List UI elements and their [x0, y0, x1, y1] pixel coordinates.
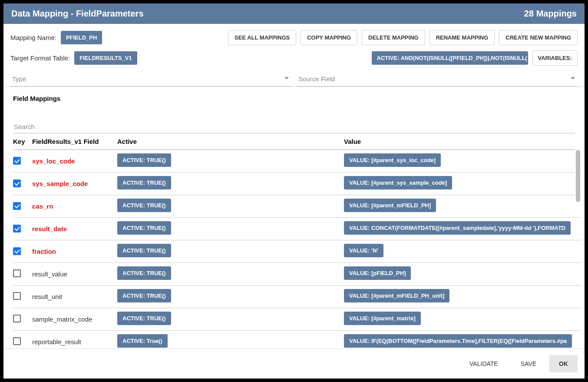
table-row: result_unitACTIVE: TRUE()VALUE: [#parent… — [13, 286, 581, 308]
chevron-down-icon — [284, 77, 289, 79]
value-pill[interactable]: VALUE: [#parent_sys_sample_code] — [344, 176, 452, 189]
toolbar-row-1: Mapping Name: PFIELD_PH SEE ALL MAPPINGS… — [3, 24, 585, 48]
table-row: cas_rnACTIVE: TRUE()VALUE: [#parent_mFIE… — [13, 195, 581, 218]
table-row: result_dateACTIVE: TRUE()VALUE: CONCAT(F… — [13, 218, 581, 240]
type-dropdown-label: Type — [12, 75, 26, 83]
active-pill[interactable]: ACTIVE: TRUE() — [117, 221, 171, 235]
col-key: Key — [13, 138, 32, 145]
footer: VALIDATE SAVE OK — [3, 349, 585, 379]
active-pill[interactable]: ACTIVE: TRUE() — [117, 176, 171, 189]
chevron-down-icon — [571, 77, 575, 79]
rename-mapping-button[interactable]: RENAME MAPPING — [429, 30, 495, 45]
table-row: sample_matrix_codeACTIVE: TRUE()VALUE: [… — [13, 308, 581, 331]
grid-body[interactable]: sys_loc_codeACTIVE: TRUE()VALUE: [#paren… — [13, 150, 581, 349]
delete-mapping-button[interactable]: DELETE MAPPING — [362, 30, 425, 45]
grid-header: Key FieldResults_v1 Field Active Value — [13, 133, 575, 150]
col-active: Active — [117, 138, 344, 145]
key-checkbox[interactable] — [13, 202, 21, 210]
active-pill[interactable]: ACTIVE: TRUE() — [117, 312, 171, 325]
value-pill[interactable]: VALUE: 'N' — [344, 244, 383, 257]
variables-button[interactable]: VARIABLES: — [532, 50, 578, 66]
table-row: sys_loc_codeACTIVE: TRUE()VALUE: [#paren… — [13, 150, 581, 173]
save-button[interactable]: SAVE — [511, 355, 546, 372]
field-name: result_value — [32, 270, 117, 278]
field-name: sys_sample_code — [32, 180, 117, 187]
see-all-mappings-button[interactable]: SEE ALL MAPPINGS — [228, 30, 296, 45]
active-pill[interactable]: ACTIVE: TRUE() — [117, 199, 171, 212]
key-checkbox[interactable] — [13, 157, 21, 165]
copy-mapping-button[interactable]: COPY MAPPING — [301, 30, 357, 45]
table-row: reportable_resultACTIVE: True()VALUE: IF… — [13, 331, 581, 349]
value-pill[interactable]: VALUE: [#parent_sys_loc_code] — [344, 153, 441, 167]
col-value: Value — [344, 138, 575, 145]
field-mappings-heading: Field Mappings — [3, 87, 585, 105]
target-table-chip[interactable]: FIELDRESULTS_V1 — [74, 51, 137, 65]
key-checkbox[interactable] — [13, 225, 21, 233]
value-pill[interactable]: VALUE: [#parent_mFIELD_PH] — [344, 199, 436, 212]
mapping-count: 28 Mappings — [524, 9, 577, 19]
scrollbar-thumb[interactable] — [576, 150, 580, 202]
key-checkbox[interactable] — [13, 315, 21, 322]
key-checkbox[interactable] — [13, 292, 21, 300]
field-name: fraction — [32, 248, 117, 255]
toolbar-row-2: Target Format Table: FIELDRESULTS_V1 ACT… — [3, 48, 585, 70]
validate-button[interactable]: VALIDATE — [460, 355, 508, 372]
table-row: sys_sample_codeACTIVE: TRUE()VALUE: [#pa… — [13, 173, 581, 195]
source-field-dropdown-label: Source Field — [298, 75, 335, 83]
active-pill[interactable]: ACTIVE: TRUE() — [117, 266, 171, 280]
value-pill[interactable]: VALUE: [pFIELD_PH] — [344, 266, 411, 280]
field-name: result_date — [32, 225, 117, 233]
field-name: cas_rn — [32, 203, 117, 210]
key-checkbox[interactable] — [13, 179, 21, 187]
key-checkbox[interactable] — [13, 269, 21, 277]
active-pill[interactable]: ACTIVE: TRUE() — [117, 153, 171, 167]
active-rule-chip[interactable]: ACTIVE: AND(NOT(ISNULL([PFIELD_PH])),NOT… — [372, 51, 528, 65]
filter-row: Type Source Field — [3, 70, 585, 87]
value-pill[interactable]: VALUE: CONCAT(FORMATDATE([#parent_sample… — [344, 221, 571, 235]
field-name: sys_loc_code — [32, 157, 117, 165]
titlebar: Data Mapping - FieldParameters 28 Mappin… — [3, 3, 585, 24]
dialog-title: Data Mapping - FieldParameters — [11, 9, 144, 19]
mapping-name-label: Mapping Name: — [10, 34, 56, 41]
value-pill[interactable]: VALUE: [#parent_mFIELD_PH_unit] — [344, 289, 449, 302]
mapping-name-chip[interactable]: PFIELD_PH — [61, 31, 102, 44]
value-pill[interactable]: VALUE: IF(EQ(BOTTOM([FieldParameters.Tim… — [344, 334, 572, 348]
active-pill[interactable]: ACTIVE: TRUE() — [117, 244, 171, 257]
target-table-label: Target Format Table: — [10, 54, 70, 62]
active-pill[interactable]: ACTIVE: TRUE() — [117, 289, 171, 302]
field-name: reportable_result — [32, 338, 117, 345]
table-row: result_valueACTIVE: TRUE()VALUE: [pFIELD… — [13, 263, 581, 286]
field-name: result_unit — [32, 293, 117, 300]
mapping-dialog: Data Mapping - FieldParameters 28 Mappin… — [3, 3, 585, 379]
key-checkbox[interactable] — [13, 247, 21, 255]
table-row: fractionACTIVE: TRUE()VALUE: 'N' — [13, 240, 581, 263]
value-pill[interactable]: VALUE: [#parent_matrix] — [344, 312, 421, 325]
scrollbar-track[interactable] — [575, 150, 581, 349]
ok-button[interactable]: OK — [549, 355, 578, 372]
search-input[interactable]: Search — [13, 120, 575, 133]
field-name: sample_matrix_code — [32, 316, 117, 323]
key-checkbox[interactable] — [13, 337, 21, 345]
source-field-dropdown[interactable]: Source Field — [297, 70, 578, 86]
col-field: FieldResults_v1 Field — [32, 138, 117, 145]
create-new-mapping-button[interactable]: CREATE NEW MAPPING — [499, 30, 578, 45]
active-pill[interactable]: ACTIVE: True() — [117, 334, 168, 348]
type-dropdown[interactable]: Type — [10, 70, 291, 86]
